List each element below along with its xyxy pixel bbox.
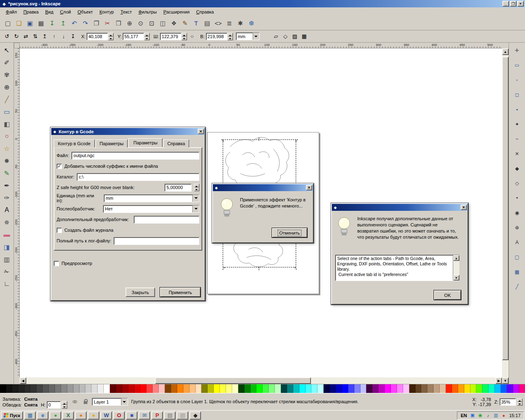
new-document-icon[interactable]: ▢ [2,18,13,29]
flip-vertical-icon[interactable]: ⇅ [31,32,40,41]
taskbar-icon-show-desktop[interactable]: ▦ [24,411,36,420]
palette-swatch[interactable] [476,384,482,393]
opacity-spinner[interactable] [62,401,67,409]
layer-visibility-icon[interactable] [71,397,80,406]
dialog-tab[interactable]: Справка [163,139,189,148]
bezier-tool[interactable]: ✒ [1,180,13,191]
palette-swatch[interactable] [37,384,43,393]
palette-swatch[interactable] [348,384,354,393]
dialog-tab[interactable]: Контур в Gcode [54,139,95,148]
pencil-tool[interactable]: ✎ [1,167,13,179]
taskbar-icon-notepad[interactable]: ▤ [164,411,176,420]
taskbar-icon-app-blue[interactable]: ■ [126,411,137,420]
palette-swatch[interactable] [366,384,372,393]
palette-swatch[interactable] [238,384,244,393]
log-path-input[interactable] [114,237,199,245]
snap-grids-icon[interactable]: ▦ [513,267,522,276]
palette-swatch[interactable] [495,384,501,393]
palette-swatch[interactable] [470,384,477,393]
palette-swatch[interactable] [342,384,348,393]
selection-handle-s[interactable]: ↔ [257,266,262,272]
dropper-tool[interactable]: ✁ [1,266,13,277]
save-document-icon[interactable]: ▣ [25,18,35,29]
output-scrollbar[interactable]: ▲ ▼ [453,255,459,281]
palette-swatch[interactable] [446,384,452,393]
tray-icon-antivirus[interactable]: ◉ [477,412,483,418]
postprocessor-dropdown[interactable]: Нет [103,205,199,213]
snap-cusp-nodes-icon[interactable]: ◆ [513,164,522,173]
palette-swatch[interactable] [440,384,446,393]
duplicate-icon[interactable]: ◫ [158,18,168,29]
palette-swatch[interactable] [306,384,312,393]
gradient-tool[interactable]: ▥ [1,253,13,265]
zoom-spinner[interactable] [517,398,523,406]
horizontal-scrollbar[interactable]: ◀ ▶ [20,377,502,384]
height-spinner[interactable] [228,33,233,40]
taskbar-icon-agent[interactable]: ● [75,411,87,420]
raise-icon[interactable]: ↑ [50,32,59,41]
palette-swatch[interactable] [372,384,379,393]
scroll-up-icon[interactable]: ▲ [453,255,459,261]
menu-item[interactable]: Контур [96,8,117,16]
palette-swatch[interactable] [251,384,257,393]
copy-icon[interactable]: ❐ [91,18,102,29]
palette-swatch[interactable] [452,384,458,393]
palette-swatch[interactable] [177,384,183,393]
snap-enable-icon[interactable]: ✛ [513,46,522,55]
palette-swatch[interactable] [12,384,18,393]
menu-item[interactable]: Слой [57,8,74,16]
palette-swatch[interactable] [397,384,403,393]
width-spinner[interactable] [182,33,187,40]
close-button[interactable]: × [517,1,524,7]
close-icon[interactable]: × [198,129,204,134]
height-input[interactable] [206,33,227,40]
palette-swatch[interactable] [183,384,189,393]
scroll-down-icon[interactable]: ▼ [453,275,459,281]
close-icon[interactable]: × [306,185,312,190]
palette-swatch[interactable] [391,384,397,393]
menu-item[interactable]: Правка [20,8,42,16]
ok-button[interactable]: OK [434,290,461,300]
palette-swatch[interactable] [415,384,422,393]
palette-swatch[interactable] [135,384,141,393]
create-log-checkbox[interactable] [57,228,62,233]
palette-swatch[interactable] [116,384,122,393]
clone-icon[interactable]: ❖ [169,18,179,29]
palette-swatch[interactable] [519,384,525,393]
palette-swatch[interactable] [73,384,80,393]
menu-item[interactable]: Фильтры [135,8,160,16]
selection-handle-n[interactable]: ↔ [257,136,262,142]
palette-swatch[interactable] [98,384,104,393]
maximize-button[interactable]: ❐ [510,1,516,7]
tray-icon-teamviewer[interactable]: ▣ [469,412,475,418]
palette-swatch[interactable] [232,384,238,393]
menu-item[interactable]: Объект [74,8,96,16]
units-dropdown[interactable]: mm [236,32,260,40]
export-icon[interactable]: ↥ [58,18,68,29]
width-input[interactable] [160,33,181,40]
menu-item[interactable]: Расширения [160,8,193,16]
undo-icon[interactable]: ↶ [69,18,80,29]
cancel-button[interactable]: Отменить [272,228,307,237]
palette-swatch[interactable] [385,384,391,393]
palette-swatch[interactable] [128,384,135,393]
numeric-suffix-checkbox[interactable]: ✓ [57,164,62,169]
file-input[interactable] [71,152,199,160]
snap-bbox-midpoints-icon[interactable]: ▪ [513,105,522,114]
palette-swatch[interactable] [25,384,31,393]
palette-swatch[interactable] [269,384,275,393]
palette-swatch[interactable] [330,384,336,393]
close-icon[interactable]: × [461,205,467,210]
zoom-tool[interactable]: ⊕ [1,81,13,93]
palette-swatch[interactable] [189,384,196,393]
palette-swatch[interactable] [324,384,330,393]
palette-swatch[interactable] [361,384,367,393]
zoom-drawing-icon[interactable]: ⊙ [135,18,146,29]
directory-input[interactable] [77,173,199,181]
text-tool[interactable]: A [1,204,13,216]
palette-swatch[interactable] [196,384,202,393]
palette-swatch[interactable] [67,384,73,393]
vertical-scrollbar[interactable]: ▲ ▼ [502,48,509,384]
tray-icon-network[interactable]: ▥ [493,412,499,418]
palette-swatch[interactable] [91,384,98,393]
